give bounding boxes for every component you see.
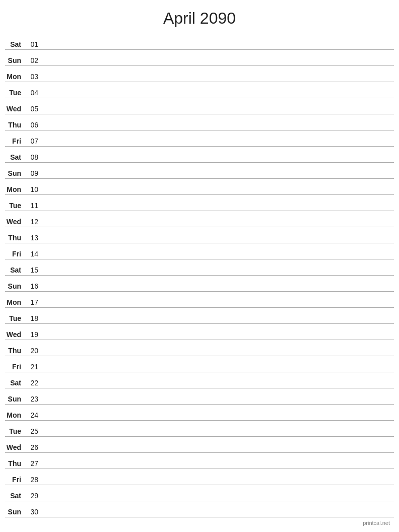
day-line [38, 64, 394, 64]
day-line [38, 290, 394, 290]
day-name: Tue [5, 202, 24, 210]
table-row: Sat01 [5, 34, 394, 50]
day-number: 12 [24, 218, 38, 226]
table-row: Wed26 [5, 437, 394, 453]
day-number: 05 [24, 105, 38, 113]
day-number: 13 [24, 234, 38, 242]
day-number: 10 [24, 185, 38, 193]
day-name: Wed [5, 105, 24, 113]
day-line [38, 193, 394, 193]
table-row: Sun02 [5, 50, 394, 66]
day-number: 27 [24, 459, 38, 468]
day-line [38, 274, 394, 274]
day-name: Tue [5, 427, 24, 435]
day-name: Tue [5, 89, 24, 97]
day-number: 21 [24, 363, 38, 371]
footer-watermark: printcal.net [363, 520, 390, 526]
table-row: Fri28 [5, 469, 394, 485]
day-line [38, 306, 394, 306]
day-name: Sun [5, 169, 24, 177]
day-line [38, 225, 394, 226]
day-line [38, 322, 394, 322]
day-number: 25 [24, 427, 38, 435]
day-name: Fri [5, 476, 24, 484]
day-name: Mon [5, 298, 24, 306]
day-line [38, 354, 394, 355]
day-number: 28 [24, 476, 38, 484]
day-name: Thu [5, 347, 24, 355]
day-line [38, 96, 394, 97]
table-row: Tue11 [5, 195, 394, 211]
day-number: 29 [24, 492, 38, 500]
day-number: 30 [24, 508, 38, 516]
table-row: Fri07 [5, 130, 394, 147]
day-name: Thu [5, 234, 24, 242]
day-line [38, 499, 394, 500]
day-name: Mon [5, 73, 24, 81]
day-line [38, 451, 394, 451]
day-name: Sun [5, 282, 24, 290]
table-row: Sun16 [5, 276, 394, 292]
day-name: Fri [5, 137, 24, 145]
day-number: 15 [24, 266, 38, 274]
day-line [38, 257, 394, 258]
day-name: Wed [5, 218, 24, 226]
day-line [38, 145, 394, 145]
table-row: Mon17 [5, 292, 394, 308]
table-row: Wed19 [5, 324, 394, 340]
day-number: 20 [24, 347, 38, 355]
table-row: Thu27 [5, 453, 394, 469]
day-number: 18 [24, 314, 38, 322]
day-name: Fri [5, 250, 24, 258]
day-line [38, 403, 394, 403]
day-number: 17 [24, 298, 38, 306]
table-row: Fri14 [5, 243, 394, 259]
day-line [38, 128, 394, 129]
table-row: Sun30 [5, 501, 394, 517]
page-title: April 2090 [0, 0, 399, 34]
day-name: Sat [5, 492, 24, 500]
day-number: 16 [24, 282, 38, 290]
day-line [38, 338, 394, 339]
day-name: Thu [5, 459, 24, 468]
table-row: Mon10 [5, 179, 394, 195]
day-line [38, 515, 394, 516]
table-row: Mon24 [5, 405, 394, 421]
day-number: 23 [24, 395, 38, 403]
table-row: Tue18 [5, 308, 394, 324]
day-line [38, 48, 394, 48]
table-row: Mon03 [5, 66, 394, 82]
day-name: Mon [5, 185, 24, 193]
day-number: 04 [24, 89, 38, 97]
day-number: 03 [24, 73, 38, 81]
table-row: Wed05 [5, 98, 394, 114]
day-line [38, 177, 394, 177]
day-line [38, 467, 394, 468]
day-name: Sat [5, 379, 24, 387]
day-number: 01 [24, 40, 38, 48]
table-row: Thu13 [5, 227, 394, 243]
day-name: Sat [5, 40, 24, 48]
day-line [38, 161, 394, 161]
day-name: Mon [5, 411, 24, 419]
day-line [38, 370, 394, 371]
day-line [38, 483, 394, 484]
day-number: 26 [24, 443, 38, 451]
day-line [38, 435, 394, 435]
calendar-container: Sat01Sun02Mon03Tue04Wed05Thu06Fri07Sat08… [0, 34, 399, 517]
day-line [38, 241, 394, 242]
day-name: Thu [5, 121, 24, 129]
day-number: 02 [24, 56, 38, 64]
table-row: Fri21 [5, 356, 394, 372]
day-number: 24 [24, 411, 38, 419]
day-name: Wed [5, 443, 24, 451]
day-number: 09 [24, 169, 38, 177]
day-line [38, 80, 394, 81]
table-row: Tue25 [5, 421, 394, 437]
table-row: Wed12 [5, 211, 394, 227]
table-row: Sun09 [5, 163, 394, 179]
table-row: Thu20 [5, 340, 394, 356]
day-number: 19 [24, 330, 38, 339]
day-name: Sat [5, 153, 24, 161]
day-name: Sun [5, 508, 24, 516]
